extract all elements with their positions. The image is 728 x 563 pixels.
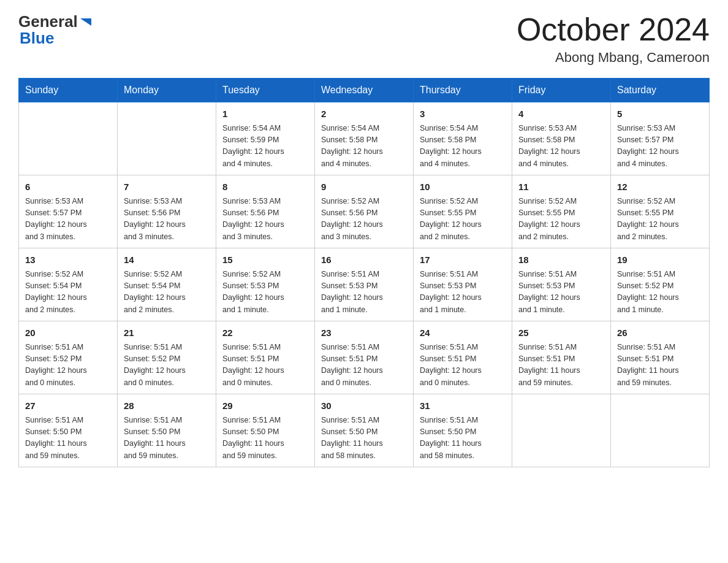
table-row: 1Sunrise: 5:54 AMSunset: 5:59 PMDaylight… [216, 102, 315, 175]
page-header: General Blue October 2024 Abong Mbang, C… [18, 12, 710, 66]
day-number: 20 [25, 326, 111, 340]
day-info: Sunrise: 5:52 AMSunset: 5:54 PMDaylight:… [25, 269, 111, 316]
table-row: 2Sunrise: 5:54 AMSunset: 5:58 PMDaylight… [315, 102, 414, 175]
day-number: 8 [222, 180, 308, 194]
table-row: 6Sunrise: 5:53 AMSunset: 5:57 PMDaylight… [19, 175, 118, 248]
day-number: 21 [124, 326, 210, 340]
day-number: 4 [518, 107, 604, 121]
day-number: 26 [617, 326, 703, 340]
day-number: 10 [420, 180, 506, 194]
day-info: Sunrise: 5:51 AMSunset: 5:51 PMDaylight:… [321, 342, 407, 389]
table-row: 11Sunrise: 5:52 AMSunset: 5:55 PMDayligh… [512, 175, 611, 248]
day-number: 6 [25, 180, 111, 194]
day-info: Sunrise: 5:51 AMSunset: 5:51 PMDaylight:… [420, 342, 506, 389]
day-number: 7 [124, 180, 210, 194]
day-number: 11 [518, 180, 604, 194]
day-info: Sunrise: 5:51 AMSunset: 5:50 PMDaylight:… [420, 415, 506, 462]
table-row: 30Sunrise: 5:51 AMSunset: 5:50 PMDayligh… [315, 394, 414, 467]
table-row: 29Sunrise: 5:51 AMSunset: 5:50 PMDayligh… [216, 394, 315, 467]
day-info: Sunrise: 5:51 AMSunset: 5:51 PMDaylight:… [617, 342, 703, 389]
svg-marker-0 [80, 18, 91, 26]
day-info: Sunrise: 5:51 AMSunset: 5:51 PMDaylight:… [222, 342, 308, 389]
table-row: 10Sunrise: 5:52 AMSunset: 5:55 PMDayligh… [414, 175, 512, 248]
header-sunday: Sunday [19, 79, 118, 102]
table-row: 12Sunrise: 5:52 AMSunset: 5:55 PMDayligh… [611, 175, 710, 248]
day-number: 31 [420, 399, 506, 413]
header-wednesday: Wednesday [315, 79, 414, 102]
day-info: Sunrise: 5:51 AMSunset: 5:50 PMDaylight:… [222, 415, 308, 462]
table-row [19, 102, 118, 175]
day-number: 23 [321, 326, 407, 340]
week-row-1: 1Sunrise: 5:54 AMSunset: 5:59 PMDaylight… [19, 102, 710, 175]
table-row: 15Sunrise: 5:52 AMSunset: 5:53 PMDayligh… [216, 248, 315, 321]
calendar-header-row: Sunday Monday Tuesday Wednesday Thursday… [19, 79, 710, 102]
day-number: 3 [420, 107, 506, 121]
table-row [611, 394, 710, 467]
day-number: 15 [222, 253, 308, 267]
table-row: 8Sunrise: 5:53 AMSunset: 5:56 PMDaylight… [216, 175, 315, 248]
header-monday: Monday [118, 79, 216, 102]
table-row: 3Sunrise: 5:54 AMSunset: 5:58 PMDaylight… [414, 102, 512, 175]
day-info: Sunrise: 5:53 AMSunset: 5:56 PMDaylight:… [124, 196, 210, 243]
day-info: Sunrise: 5:52 AMSunset: 5:54 PMDaylight:… [124, 269, 210, 316]
day-info: Sunrise: 5:52 AMSunset: 5:55 PMDaylight:… [420, 196, 506, 243]
day-number: 17 [420, 253, 506, 267]
table-row: 19Sunrise: 5:51 AMSunset: 5:52 PMDayligh… [611, 248, 710, 321]
table-row: 23Sunrise: 5:51 AMSunset: 5:51 PMDayligh… [315, 321, 414, 394]
header-thursday: Thursday [414, 79, 512, 102]
table-row: 24Sunrise: 5:51 AMSunset: 5:51 PMDayligh… [414, 321, 512, 394]
week-row-3: 13Sunrise: 5:52 AMSunset: 5:54 PMDayligh… [19, 248, 710, 321]
table-row [118, 102, 216, 175]
table-row: 18Sunrise: 5:51 AMSunset: 5:53 PMDayligh… [512, 248, 611, 321]
table-row: 27Sunrise: 5:51 AMSunset: 5:50 PMDayligh… [19, 394, 118, 467]
calendar-table: Sunday Monday Tuesday Wednesday Thursday… [18, 78, 710, 467]
day-info: Sunrise: 5:53 AMSunset: 5:56 PMDaylight:… [222, 196, 308, 243]
week-row-4: 20Sunrise: 5:51 AMSunset: 5:52 PMDayligh… [19, 321, 710, 394]
day-number: 16 [321, 253, 407, 267]
day-info: Sunrise: 5:51 AMSunset: 5:53 PMDaylight:… [518, 269, 604, 316]
day-number: 9 [321, 180, 407, 194]
day-info: Sunrise: 5:51 AMSunset: 5:52 PMDaylight:… [617, 269, 703, 316]
month-title: October 2024 [517, 12, 710, 47]
day-info: Sunrise: 5:52 AMSunset: 5:56 PMDaylight:… [321, 196, 407, 243]
day-info: Sunrise: 5:52 AMSunset: 5:55 PMDaylight:… [617, 196, 703, 243]
day-number: 18 [518, 253, 604, 267]
day-number: 19 [617, 253, 703, 267]
day-number: 29 [222, 399, 308, 413]
day-number: 30 [321, 399, 407, 413]
day-info: Sunrise: 5:51 AMSunset: 5:50 PMDaylight:… [124, 415, 210, 462]
day-number: 1 [222, 107, 308, 121]
day-number: 27 [25, 399, 111, 413]
header-saturday: Saturday [611, 79, 710, 102]
table-row: 13Sunrise: 5:52 AMSunset: 5:54 PMDayligh… [19, 248, 118, 321]
table-row: 20Sunrise: 5:51 AMSunset: 5:52 PMDayligh… [19, 321, 118, 394]
day-number: 25 [518, 326, 604, 340]
day-info: Sunrise: 5:53 AMSunset: 5:58 PMDaylight:… [518, 123, 604, 170]
day-info: Sunrise: 5:53 AMSunset: 5:57 PMDaylight:… [25, 196, 111, 243]
title-section: October 2024 Abong Mbang, Cameroon [517, 12, 710, 66]
table-row: 21Sunrise: 5:51 AMSunset: 5:52 PMDayligh… [118, 321, 216, 394]
day-info: Sunrise: 5:51 AMSunset: 5:51 PMDaylight:… [518, 342, 604, 389]
logo: General Blue [18, 12, 93, 48]
day-number: 24 [420, 326, 506, 340]
table-row [512, 394, 611, 467]
day-info: Sunrise: 5:52 AMSunset: 5:53 PMDaylight:… [222, 269, 308, 316]
table-row: 25Sunrise: 5:51 AMSunset: 5:51 PMDayligh… [512, 321, 611, 394]
day-info: Sunrise: 5:51 AMSunset: 5:50 PMDaylight:… [321, 415, 407, 462]
table-row: 22Sunrise: 5:51 AMSunset: 5:51 PMDayligh… [216, 321, 315, 394]
day-number: 28 [124, 399, 210, 413]
week-row-5: 27Sunrise: 5:51 AMSunset: 5:50 PMDayligh… [19, 394, 710, 467]
logo-arrow-icon [79, 16, 93, 29]
week-row-2: 6Sunrise: 5:53 AMSunset: 5:57 PMDaylight… [19, 175, 710, 248]
day-number: 13 [25, 253, 111, 267]
day-info: Sunrise: 5:51 AMSunset: 5:50 PMDaylight:… [25, 415, 111, 462]
table-row: 16Sunrise: 5:51 AMSunset: 5:53 PMDayligh… [315, 248, 414, 321]
day-number: 22 [222, 326, 308, 340]
logo-blue-text: Blue [20, 29, 54, 47]
table-row: 17Sunrise: 5:51 AMSunset: 5:53 PMDayligh… [414, 248, 512, 321]
day-info: Sunrise: 5:51 AMSunset: 5:52 PMDaylight:… [25, 342, 111, 389]
day-info: Sunrise: 5:54 AMSunset: 5:58 PMDaylight:… [321, 123, 407, 170]
table-row: 5Sunrise: 5:53 AMSunset: 5:57 PMDaylight… [611, 102, 710, 175]
day-number: 2 [321, 107, 407, 121]
table-row: 4Sunrise: 5:53 AMSunset: 5:58 PMDaylight… [512, 102, 611, 175]
